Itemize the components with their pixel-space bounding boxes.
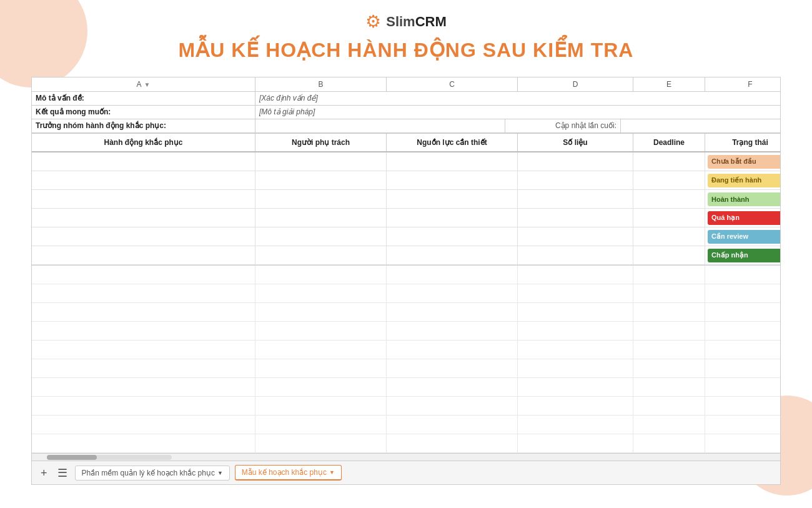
data-cell-so-lieu-4[interactable] xyxy=(518,209,633,227)
data-cell-deadline-5[interactable] xyxy=(633,227,705,246)
col-header-e: E xyxy=(633,77,705,91)
info-row-mo-ta: Mô tả vấn đề: [Xác định vấn đề] xyxy=(32,92,780,106)
scrollbar-track[interactable] xyxy=(47,455,172,460)
data-cell-nguon-6[interactable] xyxy=(387,246,518,264)
col-header-c: C xyxy=(387,77,518,91)
th-trang-thai: Trạng thái xyxy=(705,134,781,151)
data-cell-hanh-dong-1[interactable] xyxy=(32,152,255,171)
tab-active-arrow: ▼ xyxy=(329,469,335,476)
empty-rows-section xyxy=(32,266,780,453)
filter-icon-a[interactable]: ▼ xyxy=(144,81,151,88)
status-badge-chap-nhan[interactable]: Chấp nhận ▼ xyxy=(708,249,781,262)
data-cell-nguoi-3[interactable] xyxy=(255,190,387,208)
cap-nhat-label: Cập nhật lần cuối: xyxy=(505,119,621,132)
table-row xyxy=(32,434,780,453)
data-cell-nguon-4[interactable] xyxy=(387,209,518,227)
th-nguoi-phu-trach: Người phụ trách xyxy=(255,134,387,151)
tab-inactive-arrow: ▼ xyxy=(217,470,223,476)
data-cell-so-lieu-6[interactable] xyxy=(518,246,633,264)
cap-nhat-value[interactable] xyxy=(621,119,781,132)
data-cell-status-4[interactable]: Quá hạn ▼ xyxy=(705,209,781,227)
tab-inactive-label: Phần mềm quản lý kế hoạch khắc phục xyxy=(82,469,215,477)
data-cell-so-lieu-5[interactable] xyxy=(518,227,633,246)
data-cell-so-lieu-3[interactable] xyxy=(518,190,633,208)
data-cell-hanh-dong-5[interactable] xyxy=(32,227,255,246)
th-deadline: Deadline xyxy=(633,134,705,151)
tab-bar: + ☰ Phần mềm quản lý kế hoạch khắc phục … xyxy=(31,461,781,485)
logo-text: SlimCRM xyxy=(386,14,447,30)
info-row-ket-qua: Kết quả mong muốn: [Mô tả giải pháp] xyxy=(32,106,780,119)
data-cell-status-3[interactable]: Hoàn thành ▼ xyxy=(705,190,781,208)
scrollbar-thumb[interactable] xyxy=(47,455,97,460)
table-row xyxy=(32,378,780,397)
table-row xyxy=(32,359,780,378)
data-cell-so-lieu-2[interactable] xyxy=(518,171,633,189)
horizontal-scrollbar[interactable] xyxy=(32,453,780,461)
table-row xyxy=(32,284,780,303)
table-row: Đang tiến hành ▼ xyxy=(32,171,780,190)
data-cell-status-5[interactable]: Cần review ▼ xyxy=(705,227,781,246)
data-cell-hanh-dong-3[interactable] xyxy=(32,190,255,208)
data-cell-nguoi-1[interactable] xyxy=(255,152,387,171)
table-row xyxy=(32,341,780,359)
ket-qua-label: Kết quả mong muốn: xyxy=(32,106,255,119)
spreadsheet-container: A ▼ B C D E F G Mô tả vấn đề: [Xác định … xyxy=(31,77,781,461)
data-cell-status-6[interactable]: Chấp nhận ▼ xyxy=(705,246,781,264)
col-header-b: B xyxy=(255,77,387,91)
data-cell-nguon-2[interactable] xyxy=(387,171,518,189)
data-cell-nguoi-2[interactable] xyxy=(255,171,387,189)
table-row xyxy=(32,322,780,341)
data-cell-nguoi-5[interactable] xyxy=(255,227,387,246)
col-header-a: A ▼ xyxy=(32,77,255,91)
data-cell-nguoi-6[interactable] xyxy=(255,246,387,264)
info-row-truong-nhom: Trưởng nhóm hành động khắc phục: Cập nhậ… xyxy=(32,119,780,133)
truong-nhom-label: Trưởng nhóm hành động khắc phục: xyxy=(32,119,255,132)
status-badge-dang-tien-hanh[interactable]: Đang tiến hành ▼ xyxy=(708,174,781,187)
th-so-lieu: Số liệu xyxy=(518,134,633,151)
data-cell-status-2[interactable]: Đang tiến hành ▼ xyxy=(705,171,781,189)
table-row xyxy=(32,303,780,322)
col-header-row: A ▼ B C D E F G xyxy=(32,77,780,92)
th-hanh-dong: Hành động khắc phục xyxy=(32,134,255,151)
add-tab-button[interactable]: + xyxy=(38,466,50,480)
mo-ta-value[interactable]: [Xác định vấn đề] xyxy=(255,92,781,105)
table-row: Hoàn thành ▼ xyxy=(32,190,780,209)
data-cell-deadline-6[interactable] xyxy=(633,246,705,264)
data-cell-deadline-2[interactable] xyxy=(633,171,705,189)
table-header-row: Hành động khắc phục Người phụ trách Nguồ… xyxy=(32,134,780,152)
data-cell-deadline-3[interactable] xyxy=(633,190,705,208)
col-header-f: F xyxy=(705,77,781,91)
col-header-d: D xyxy=(518,77,633,91)
status-badge-can-review[interactable]: Cần review ▼ xyxy=(708,230,781,244)
table-row: Quá hạn ▼ xyxy=(32,209,780,227)
header: ⚙ SlimCRM MẪU KẾ HOẠCH HÀNH ĐỘNG SAU KIỂ… xyxy=(0,0,812,77)
logo-slim: Slim xyxy=(386,14,415,29)
truong-nhom-value[interactable] xyxy=(255,119,505,132)
data-cell-nguon-3[interactable] xyxy=(387,190,518,208)
table-row: Chưa bắt đầu ▼ xyxy=(32,152,780,171)
data-cell-hanh-dong-6[interactable] xyxy=(32,246,255,264)
data-cell-hanh-dong-4[interactable] xyxy=(32,209,255,227)
data-cell-nguoi-4[interactable] xyxy=(255,209,387,227)
logo-crm: CRM xyxy=(415,14,447,29)
menu-tab-button[interactable]: ☰ xyxy=(55,466,70,480)
data-cell-hanh-dong-2[interactable] xyxy=(32,171,255,189)
status-badge-hoan-thanh[interactable]: Hoàn thành ▼ xyxy=(708,192,781,206)
status-badge-qua-han[interactable]: Quá hạn ▼ xyxy=(708,211,781,225)
data-cell-nguon-1[interactable] xyxy=(387,152,518,171)
tab-inactive-phan-mem[interactable]: Phần mềm quản lý kế hoạch khắc phục ▼ xyxy=(75,466,230,481)
data-cell-nguon-5[interactable] xyxy=(387,227,518,246)
data-cell-deadline-1[interactable] xyxy=(633,152,705,171)
info-section: Mô tả vấn đề: [Xác định vấn đề] Kết quả … xyxy=(32,92,780,134)
data-cell-deadline-4[interactable] xyxy=(633,209,705,227)
mo-ta-label: Mô tả vấn đề: xyxy=(32,92,255,105)
ket-qua-value[interactable]: [Mô tả giải pháp] xyxy=(255,106,781,119)
tab-active-label: Mẫu kế hoạch khắc phục xyxy=(242,468,327,477)
data-cell-status-1[interactable]: Chưa bắt đầu ▼ xyxy=(705,152,781,171)
table-row xyxy=(32,397,780,416)
table-row: Chấp nhận ▼ xyxy=(32,246,780,265)
table-row xyxy=(32,266,780,284)
data-cell-so-lieu-1[interactable] xyxy=(518,152,633,171)
status-badge-chua-bat-dau[interactable]: Chưa bắt đầu ▼ xyxy=(708,155,781,169)
tab-active-mau-ke-hoach[interactable]: Mẫu kế hoạch khắc phục ▼ xyxy=(235,465,342,481)
